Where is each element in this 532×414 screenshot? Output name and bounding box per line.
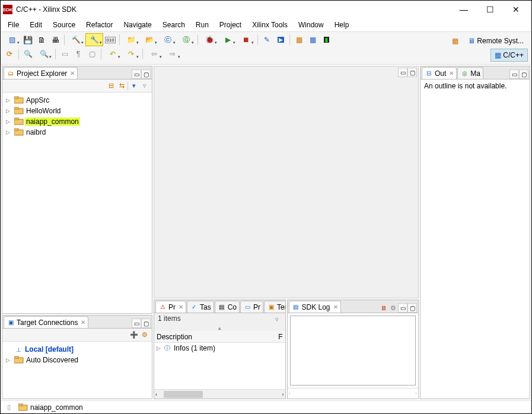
build-config-button[interactable]: 🔧▾: [85, 33, 103, 46]
perspective-remote-systems[interactable]: 🖥Remote Syst...: [464, 34, 528, 47]
tree-item-naibrd[interactable]: ▷ naibrd: [4, 127, 151, 138]
run-button[interactable]: ▶▾: [219, 33, 237, 46]
expand-arrow-icon[interactable]: ▷: [6, 129, 13, 135]
grid1-button[interactable]: ▦: [292, 33, 305, 46]
save-button[interactable]: 💾: [21, 33, 34, 46]
new-button[interactable]: ▨▾: [3, 33, 21, 46]
problems-tab[interactable]: ⚠Pr✕: [155, 301, 186, 313]
title-bar: SDK C/C++ - Xilinx SDK — ☐ ✕: [1, 1, 531, 18]
toggle-block-button[interactable]: ▢: [85, 47, 98, 60]
maximize-pane-button[interactable]: ▢: [519, 69, 528, 79]
grid2-button[interactable]: ▦: [306, 33, 319, 46]
menu-search[interactable]: Search: [158, 20, 190, 30]
tree-item-helloworld[interactable]: ▷ HelloWorld: [4, 106, 151, 116]
build-button[interactable]: 🔨▾: [67, 33, 85, 46]
horizontal-scrollbar[interactable]: ‹›: [154, 389, 285, 399]
close-tab-icon[interactable]: ✕: [333, 304, 338, 310]
minimize-pane-button[interactable]: ▭: [398, 68, 407, 77]
close-tab-icon[interactable]: ✕: [81, 319, 85, 326]
maximize-pane-button[interactable]: ▢: [407, 68, 417, 77]
perspective-c-cpp[interactable]: ▦C/C++: [490, 49, 528, 62]
expand-arrow-icon[interactable]: ▷: [6, 97, 13, 103]
menu-file[interactable]: File: [3, 20, 24, 30]
maximize-pane-button[interactable]: ▢: [141, 69, 151, 79]
view-menu-icon[interactable]: ▿: [272, 314, 282, 324]
new-folder-button[interactable]: 📂▾: [141, 33, 158, 46]
back-button[interactable]: ⇦▾: [145, 47, 163, 60]
minimize-pane-button[interactable]: ▭: [398, 303, 407, 313]
toggle-wrap-button[interactable]: ¶: [72, 47, 85, 60]
menu-run[interactable]: Run: [191, 20, 214, 30]
outline-icon: ⊟: [425, 69, 433, 78]
project-explorer-tab[interactable]: 🗂 Project Explorer ✕: [4, 67, 78, 79]
maximize-button[interactable]: ☐: [477, 1, 503, 18]
binary-button[interactable]: 010: [104, 33, 117, 46]
menu-refactor[interactable]: Refactor: [81, 20, 117, 30]
filter-icon[interactable]: ▾: [129, 81, 139, 91]
expand-arrow-icon[interactable]: ▷: [6, 357, 13, 363]
debug-button[interactable]: 🐞▾: [200, 33, 218, 46]
search2-button[interactable]: 🔍▾: [35, 47, 53, 60]
add-connection-icon[interactable]: ➕: [129, 330, 139, 340]
view-menu-icon[interactable]: ▿: [140, 81, 149, 91]
menu-source[interactable]: Source: [48, 20, 80, 30]
stop-button[interactable]: ⏹▾: [237, 33, 255, 46]
nav-prev-button[interactable]: ↶▾: [104, 47, 122, 60]
tree-item-appsrc[interactable]: ▷ AppSrc: [4, 95, 151, 106]
svg-rect-11: [18, 404, 23, 406]
problems-row-infos[interactable]: ▷ ⓘ Infos (1 item): [154, 343, 285, 354]
log-options-icon[interactable]: ⚙: [388, 303, 398, 313]
menu-project[interactable]: Project: [215, 20, 246, 30]
menu-xilinx-tools[interactable]: Xilinx Tools: [247, 20, 292, 30]
tree-item-local-default[interactable]: ⊥ Local [default]: [4, 344, 151, 355]
menu-help[interactable]: Help: [330, 20, 354, 30]
close-button[interactable]: ✕: [503, 1, 529, 18]
properties-tab[interactable]: ▭Pr: [240, 301, 263, 313]
forward-button[interactable]: ⇨▾: [164, 47, 181, 60]
refresh-button[interactable]: ⟳: [3, 47, 16, 60]
close-tab-icon[interactable]: ✕: [70, 70, 75, 77]
open-perspective-button[interactable]: ▦: [448, 34, 463, 47]
tree-item-auto-discovered[interactable]: ▷ Auto Discovered: [4, 355, 151, 365]
search-button[interactable]: 🔍: [21, 47, 34, 60]
terminal-button[interactable]: ▶: [274, 33, 287, 46]
link-editor-icon[interactable]: ⇆: [117, 81, 126, 91]
menu-edit[interactable]: Edit: [25, 20, 47, 30]
console-button[interactable]: ▮: [320, 33, 333, 46]
nav-next-button[interactable]: ↷▾: [122, 47, 140, 60]
new-class-button[interactable]: Ⓖ▾: [177, 33, 195, 46]
maximize-pane-button[interactable]: ▢: [407, 303, 417, 313]
tree-item-naiapp-common[interactable]: ▷ naiapp_common: [4, 116, 151, 127]
toggle-mark-button[interactable]: ▭: [58, 47, 71, 60]
expand-arrow-icon[interactable]: ▷: [6, 119, 13, 125]
minimize-pane-button[interactable]: ▭: [132, 69, 141, 79]
status-bar: ▯ naiapp_common: [1, 400, 531, 413]
console-tab[interactable]: ▤Co: [215, 301, 240, 313]
menu-navigate[interactable]: Navigate: [119, 20, 156, 30]
expand-arrow-icon[interactable]: ▷: [6, 108, 13, 114]
wand-button[interactable]: ✎: [260, 33, 273, 46]
sdk-log-tab[interactable]: ▤SDK Log✕: [289, 301, 341, 313]
minimize-pane-button[interactable]: ▭: [509, 69, 519, 79]
minimize-pane-button[interactable]: ▭: [132, 319, 141, 328]
terminal-tab[interactable]: ▣Ter: [264, 301, 285, 313]
edit-connection-icon[interactable]: ⚙: [140, 330, 149, 340]
expand-arrow-icon[interactable]: ▷: [157, 345, 161, 351]
tasks-tab[interactable]: ✓Tas: [187, 301, 214, 313]
target-connections-tab[interactable]: ▣ Target Connections ✕: [4, 316, 88, 328]
horizontal-scrollbar[interactable]: ‹›: [288, 388, 419, 397]
minimize-button[interactable]: —: [451, 1, 477, 18]
make-tab[interactable]: ◎Ma: [457, 67, 483, 79]
maximize-pane-button[interactable]: ▢: [141, 319, 151, 328]
sdk-log-text[interactable]: [290, 316, 416, 386]
close-tab-icon[interactable]: ✕: [449, 70, 454, 77]
new-project-button[interactable]: 📁▾: [122, 33, 140, 46]
print-button[interactable]: 🖶: [49, 33, 62, 46]
clear-log-icon[interactable]: 🗎: [379, 303, 388, 313]
menu-window[interactable]: Window: [294, 20, 329, 30]
outline-tab[interactable]: ⊟Out✕: [422, 67, 457, 79]
close-tab-icon[interactable]: ✕: [179, 304, 183, 310]
save-all-button[interactable]: 🗎: [35, 33, 48, 46]
new-file-c-button[interactable]: ⓒ▾: [159, 33, 177, 46]
collapse-all-icon[interactable]: ⊟: [106, 81, 116, 91]
